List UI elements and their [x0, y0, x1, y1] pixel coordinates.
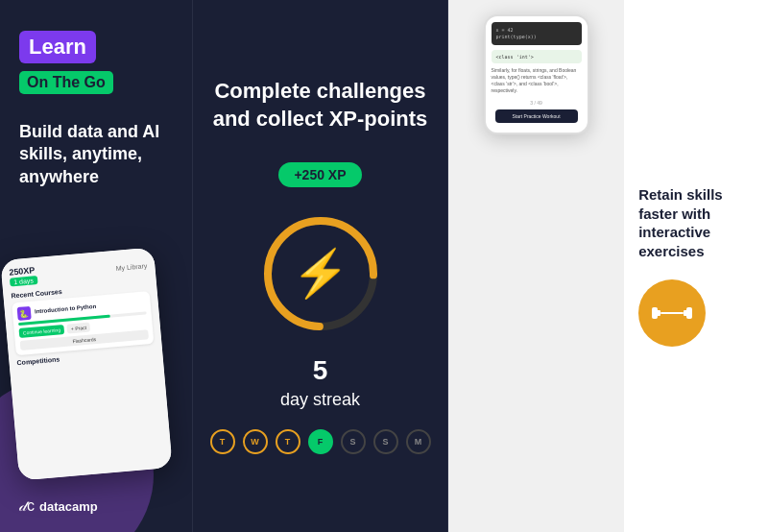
dumbbell-svg — [652, 293, 692, 333]
panel3-phone-area: x = 42 print(type(x)) <class 'int'> Simi… — [448, 0, 624, 532]
day-S2: S — [373, 429, 398, 454]
svg-rect-6 — [686, 307, 692, 319]
phone-course-card: 🐍 Introduction to Python Continue learni… — [12, 291, 154, 355]
phone2-start-btn[interactable]: Start Practice Workout — [495, 109, 578, 123]
learn-badge: Learn — [19, 31, 96, 63]
day-F: F — [308, 429, 333, 454]
day-T2: T — [276, 429, 300, 454]
phone-streak: 1 days — [10, 276, 37, 286]
svg-rect-4 — [660, 312, 684, 314]
day-M: M — [406, 429, 431, 454]
datacamp-icon: 𝒹c — [19, 497, 35, 515]
panel-challenges: Complete challenges and collect XP-point… — [192, 0, 448, 532]
day-W: W — [243, 429, 268, 454]
phone2-progress: 3 / 49 — [492, 100, 582, 106]
phone-library: My Library — [115, 262, 147, 272]
phone-course-title: Introduction to Python — [35, 302, 97, 314]
svg-rect-3 — [657, 310, 660, 316]
panel3-right: Retain skills faster with interactive ex… — [624, 0, 768, 532]
day-S1: S — [341, 429, 366, 454]
phone-practice-btn[interactable]: + Pract — [67, 323, 91, 334]
phone-mockup-2: x = 42 print(type(x)) <class 'int'> Simi… — [484, 14, 589, 134]
panel3-top: x = 42 print(type(x)) <class 'int'> Simi… — [448, 0, 768, 532]
phone-mockup-1: 250XP 1 days My Library Recent Courses 🐍… — [0, 247, 172, 480]
code-description: Similarly, for floats, strings, and Bool… — [492, 67, 582, 94]
streak-lightning-icon: ⚡ — [292, 247, 349, 301]
streak-number: 5 — [313, 355, 328, 386]
datacamp-logo-text: datacamp — [39, 499, 98, 514]
streak-label: day streak — [280, 390, 360, 410]
code-output: <class 'int'> — [492, 50, 582, 63]
code-line-2: print(type(x)) — [496, 34, 577, 40]
panel2-title: Complete challenges and collect XP-point… — [212, 78, 428, 133]
panel1-tagline: Build data and AI skills, anytime, anywh… — [19, 121, 173, 188]
phone-screen-1: 250XP 1 days My Library Recent Courses 🐍… — [0, 247, 172, 480]
xp-badge: +250 XP — [278, 162, 361, 187]
day-T1: T — [210, 429, 235, 454]
panel3-tagline: Retain skills faster with interactive ex… — [638, 185, 754, 260]
days-row: T W T F S S M — [210, 429, 431, 454]
phone-xp-area: 250XP 1 days — [9, 265, 37, 286]
dumbbell-icon — [638, 279, 706, 347]
on-the-go-badge: On The Go — [19, 71, 113, 94]
code-line-1: x = 42 — [496, 27, 577, 34]
code-block: x = 42 print(type(x)) — [492, 22, 582, 45]
panel-interactive: x = 42 print(type(x)) <class 'int'> Simi… — [448, 0, 768, 532]
panel-learn: Learn On The Go Build data and AI skills… — [0, 0, 192, 532]
datacamp-logo: 𝒹c datacamp — [19, 497, 98, 515]
course-icon: 🐍 — [17, 306, 32, 321]
phone2-screen: x = 42 print(type(x)) <class 'int'> Simi… — [486, 16, 588, 133]
streak-circle: ⚡ — [253, 206, 388, 341]
